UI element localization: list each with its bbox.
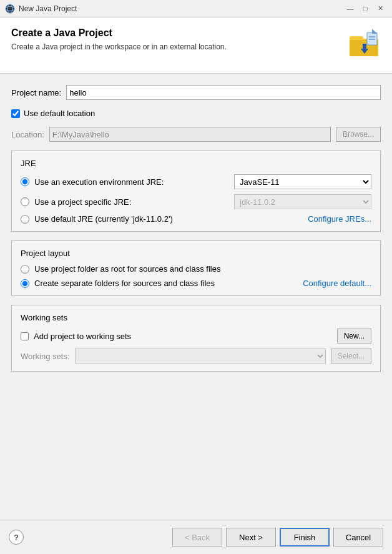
main-content: Project name: Use default location Locat… [0, 74, 392, 520]
jre-execution-env-label: Use an execution environment JRE: [34, 177, 164, 187]
jre-section: JRE Use an execution environment JRE: Ja… [11, 151, 381, 232]
folder-icon [348, 27, 381, 60]
working-sets-section: Working sets Add project to working sets… [11, 305, 381, 372]
layout-root-label: Use project folder as root for sources a… [34, 264, 220, 274]
jre-default-label: Use default JRE (currently 'jdk-11.0.2') [34, 214, 173, 224]
new-working-set-button[interactable]: New... [337, 329, 371, 344]
jre-project-specific-select[interactable]: jdk-11.0.2 [234, 194, 371, 209]
add-working-sets-label: Add project to working sets [34, 332, 131, 341]
svg-marker-7 [372, 29, 377, 34]
working-sets-label: Working sets: [21, 352, 70, 361]
project-name-label: Project name: [11, 88, 61, 97]
jre-execution-env-select[interactable]: JavaSE-11 JavaSE-8 JavaSE-14 [234, 174, 371, 189]
jre-option2-row: Use a project specific JRE: jdk-11.0.2 [21, 194, 371, 209]
layout-separate-label: Create separate folders for sources and … [34, 279, 215, 288]
working-sets-select-row: Working sets: Select... [21, 349, 371, 364]
use-default-location-row: Use default location [11, 109, 381, 118]
jre-option1-row: Use an execution environment JRE: JavaSE… [21, 174, 371, 189]
dialog-title: Create a Java Project [11, 27, 227, 39]
minimize-button[interactable]: — [343, 2, 357, 16]
working-sets-checkbox-row: Add project to working sets New... [21, 329, 371, 344]
svg-rect-11 [363, 44, 366, 50]
layout-root-radio[interactable] [21, 265, 29, 274]
select-working-set-button[interactable]: Select... [331, 349, 371, 364]
configure-default-link[interactable]: Configure default... [303, 279, 371, 288]
jre-project-specific-radio[interactable] [21, 197, 29, 206]
dialog-footer: ? < Back Next > Finish Cancel [0, 520, 392, 554]
browse-button[interactable]: Browse... [336, 127, 381, 142]
next-button[interactable]: Next > [226, 528, 276, 547]
dialog-subtitle: Create a Java project in the workspace o… [11, 42, 227, 51]
project-layout-title: Project layout [21, 249, 371, 258]
use-default-location-label: Use default location [24, 109, 95, 118]
location-label: Location: [11, 130, 44, 139]
back-button[interactable]: < Back [172, 528, 222, 547]
project-name-input[interactable] [66, 85, 381, 100]
working-sets-title: Working sets [21, 313, 371, 322]
jre-section-title: JRE [21, 159, 371, 168]
layout-separate-radio[interactable] [21, 279, 29, 288]
window-title: New Java Project [19, 4, 77, 13]
jre-project-specific-label: Use a project specific JRE: [34, 197, 131, 207]
project-name-row: Project name: [11, 85, 381, 100]
svg-point-0 [6, 4, 14, 13]
layout-option1-row: Use project folder as root for sources a… [21, 264, 371, 274]
layout-option2-row: Create separate folders for sources and … [21, 279, 371, 288]
cancel-button[interactable]: Cancel [333, 528, 383, 547]
project-layout-section: Project layout Use project folder as roo… [11, 240, 381, 296]
working-sets-select[interactable] [75, 349, 326, 364]
close-button[interactable]: ✕ [373, 2, 387, 16]
help-icon: ? [14, 533, 19, 542]
finish-button[interactable]: Finish [280, 528, 330, 547]
jre-default-radio[interactable] [21, 215, 29, 224]
title-bar: New Java Project — □ ✕ [0, 0, 392, 17]
dialog-header: Create a Java Project Create a Java proj… [0, 17, 392, 74]
location-input[interactable] [49, 127, 331, 142]
app-icon [5, 4, 15, 14]
location-row: Location: Browse... [11, 127, 381, 142]
help-button[interactable]: ? [9, 530, 24, 545]
use-default-location-checkbox[interactable] [11, 109, 20, 118]
add-working-sets-checkbox[interactable] [21, 332, 29, 340]
configure-jres-link[interactable]: Configure JREs... [308, 214, 371, 224]
jre-execution-env-radio[interactable] [21, 177, 29, 186]
jre-option3-row: Use default JRE (currently 'jdk-11.0.2')… [21, 214, 371, 224]
svg-rect-6 [367, 32, 377, 45]
restore-button[interactable]: □ [358, 2, 372, 16]
